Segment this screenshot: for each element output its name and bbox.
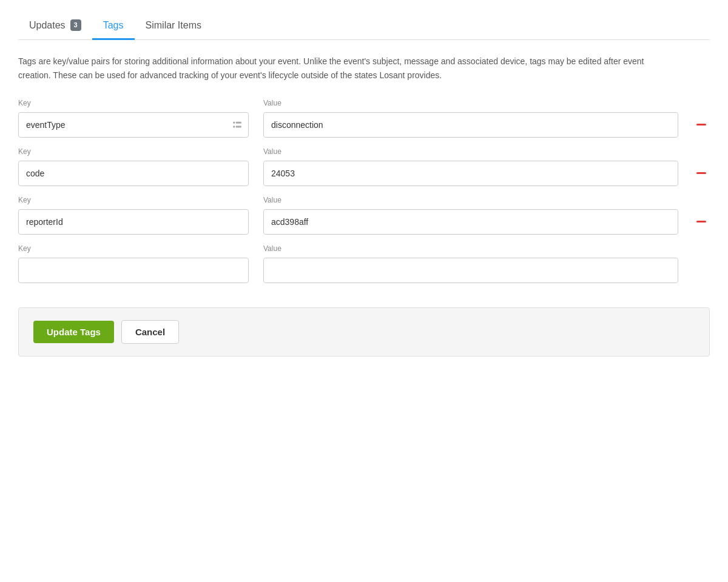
tab-bar: Updates 3 Tags Similar Items [18, 12, 710, 40]
svg-rect-0 [233, 122, 235, 124]
main-container: Updates 3 Tags Similar Items Tags are ke… [0, 0, 728, 369]
list-icon-1[interactable] [232, 119, 243, 130]
key-input-3[interactable] [18, 209, 249, 235]
minus-icon-3 [696, 221, 706, 222]
svg-rect-1 [236, 122, 241, 124]
tab-updates[interactable]: Updates 3 [18, 12, 92, 40]
value-field-3: Value [263, 196, 678, 235]
key-input-wrapper-3 [18, 209, 249, 235]
tag-rows-container: Key Value [18, 99, 710, 293]
key-label-4: Key [18, 244, 249, 253]
value-field-4: Value [263, 244, 678, 283]
key-input-2[interactable] [18, 161, 249, 186]
key-input-wrapper-1 [18, 112, 249, 138]
cancel-button[interactable]: Cancel [121, 320, 179, 344]
tab-similar-items-label: Similar Items [146, 20, 201, 31]
key-input-1[interactable] [18, 112, 249, 138]
value-label-3: Value [263, 196, 678, 204]
value-input-3[interactable] [263, 209, 678, 235]
value-label-1: Value [263, 99, 678, 107]
tab-tags-label: Tags [103, 20, 124, 31]
key-label-2: Key [18, 147, 249, 156]
key-field-1: Key [18, 99, 249, 138]
value-label-4: Value [263, 244, 678, 253]
value-label-2: Value [263, 147, 678, 156]
value-input-4[interactable] [263, 258, 678, 283]
table-row: Key Value [18, 196, 710, 235]
value-input-2[interactable] [263, 161, 678, 186]
tab-updates-label: Updates [29, 20, 66, 31]
svg-rect-2 [233, 126, 235, 128]
key-label-1: Key [18, 99, 249, 107]
table-row: Key Value [18, 99, 710, 138]
value-input-1[interactable] [263, 112, 678, 138]
table-row: Key Value [18, 147, 710, 186]
remove-btn-3[interactable] [693, 209, 710, 235]
value-field-2: Value [263, 147, 678, 186]
key-input-4[interactable] [18, 258, 249, 283]
key-label-3: Key [18, 196, 249, 204]
svg-rect-3 [236, 126, 241, 128]
description-text: Tags are key/value pairs for storing add… [18, 55, 661, 82]
tab-updates-badge: 3 [70, 19, 81, 31]
remove-btn-2[interactable] [693, 161, 710, 186]
key-field-3: Key [18, 196, 249, 235]
key-input-wrapper-2 [18, 161, 249, 186]
minus-icon-2 [696, 172, 706, 174]
key-field-2: Key [18, 147, 249, 186]
tab-tags[interactable]: Tags [92, 13, 135, 40]
table-row: Key Value [18, 244, 710, 283]
value-field-1: Value [263, 99, 678, 138]
update-tags-button[interactable]: Update Tags [33, 321, 114, 343]
minus-icon-1 [696, 124, 706, 125]
remove-btn-1[interactable] [693, 112, 710, 138]
action-bar: Update Tags Cancel [18, 307, 710, 356]
key-input-wrapper-4 [18, 258, 249, 283]
tab-similar-items[interactable]: Similar Items [135, 13, 212, 40]
key-field-4: Key [18, 244, 249, 283]
